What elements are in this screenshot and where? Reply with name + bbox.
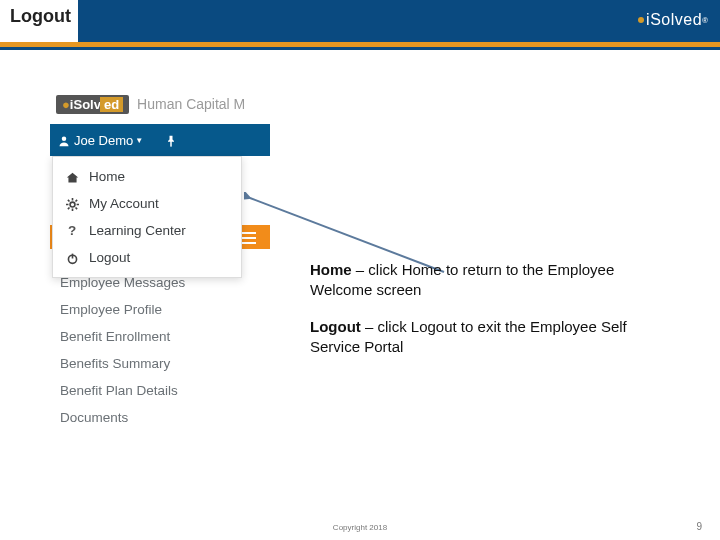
- desc-home: Home – click Home to return to the Emplo…: [310, 260, 670, 299]
- brand-logo: iSolved®: [638, 6, 708, 34]
- user-icon: [58, 133, 70, 148]
- app-screenshot: ● iSolved Human Capital M Joe Demo ▼: [50, 84, 270, 444]
- menu-item-logout[interactable]: Logout: [53, 244, 241, 271]
- sidebar-item[interactable]: Documents: [50, 404, 270, 431]
- menu-item-learning-center[interactable]: ? Learning Center: [53, 217, 241, 244]
- header-bar: Logout iSolved®: [0, 0, 720, 42]
- hamburger-icon: [240, 228, 256, 244]
- app-header: ● iSolved Human Capital M: [50, 84, 270, 124]
- user-strip[interactable]: Joe Demo ▼: [50, 124, 270, 156]
- description-block: Home – click Home to return to the Emplo…: [310, 260, 670, 374]
- svg-point-1: [70, 202, 75, 207]
- menu-label: Logout: [89, 250, 130, 265]
- app-subtitle: Human Capital M: [137, 96, 245, 112]
- slide: Logout iSolved® ● iSolved Human Capital …: [0, 0, 720, 540]
- page-title: Logout: [10, 6, 71, 27]
- sidebar-item[interactable]: Employee Profile: [50, 296, 270, 323]
- sidebar-item[interactable]: Benefit Plan Details: [50, 377, 270, 404]
- header-blue-strip: [78, 0, 720, 42]
- registered-icon: ®: [702, 16, 708, 25]
- sidebar: Home My Account ? Learning Center Lo: [50, 156, 270, 431]
- user-dropdown-menu: Home My Account ? Learning Center Lo: [52, 156, 242, 278]
- svg-point-0: [62, 137, 67, 142]
- logo-dot-icon: [638, 17, 644, 23]
- power-icon: [65, 250, 79, 265]
- app-logo: ● iSolved: [56, 95, 129, 114]
- home-icon: [65, 169, 79, 184]
- question-icon: ?: [65, 223, 79, 238]
- page-number: 9: [696, 521, 702, 532]
- pin-icon[interactable]: [165, 133, 177, 148]
- sidebar-item[interactable]: Benefit Enrollment: [50, 323, 270, 350]
- gear-icon: [65, 196, 79, 211]
- footer-copyright: Copyright 2018: [0, 523, 720, 532]
- logo-text: iSolv: [646, 11, 683, 29]
- menu-item-home[interactable]: Home: [53, 163, 241, 190]
- menu-label: My Account: [89, 196, 159, 211]
- user-name: Joe Demo: [74, 133, 133, 148]
- menu-label: Home: [89, 169, 125, 184]
- menu-item-my-account[interactable]: My Account: [53, 190, 241, 217]
- menu-label: Learning Center: [89, 223, 186, 238]
- caret-down-icon: ▼: [135, 136, 143, 145]
- desc-home-bold: Home: [310, 261, 352, 278]
- sidebar-item[interactable]: Benefits Summary: [50, 350, 270, 377]
- desc-logout-bold: Logout: [310, 318, 361, 335]
- desc-home-text: – click Home to return to the Employee W…: [310, 261, 614, 298]
- desc-logout: Logout – click Logout to exit the Employ…: [310, 317, 670, 356]
- blue-divider: [0, 47, 720, 50]
